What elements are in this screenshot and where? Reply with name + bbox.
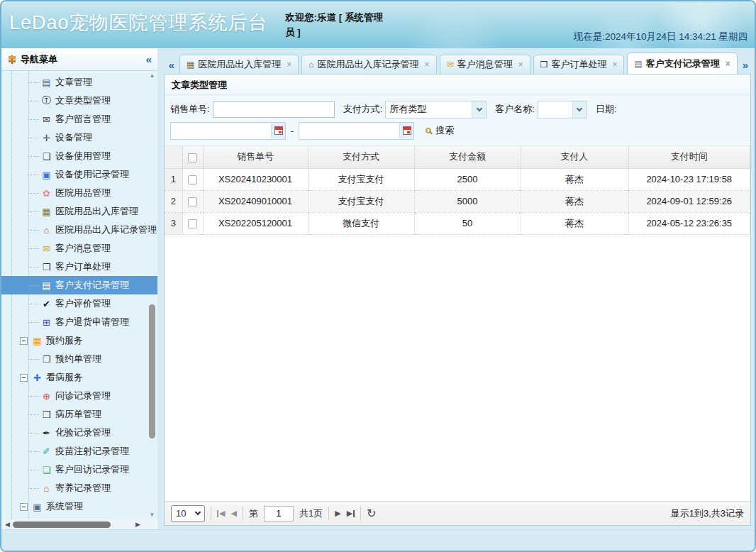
- scroll-up-icon[interactable]: ▲: [148, 72, 157, 79]
- customer-name-select[interactable]: [538, 101, 587, 118]
- scroll-left-icon[interactable]: ◀: [5, 519, 10, 529]
- sidebar-item[interactable]: ✉客户消息管理: [1, 239, 157, 258]
- sidebar-item-label: 文章管理: [55, 76, 92, 89]
- pay-method-select[interactable]: 所有类型: [385, 101, 487, 118]
- next-page-button[interactable]: ▶: [335, 509, 340, 518]
- select-all-checkbox[interactable]: [188, 153, 197, 162]
- sidebar-item[interactable]: ✚看病服务: [1, 368, 157, 387]
- sidebar-item[interactable]: ❒客户订单处理: [1, 258, 157, 276]
- supplies-inout-record-icon: ⌂: [40, 225, 52, 236]
- row-checkbox[interactable]: [188, 219, 197, 228]
- calendar-icon[interactable]: [399, 123, 413, 139]
- vertical-scroll-thumb[interactable]: [149, 304, 155, 439]
- sidebar-item[interactable]: ❒病历单管理: [1, 405, 157, 424]
- sidebar-item[interactable]: ✿医院用品管理: [1, 184, 157, 202]
- sidebar-item[interactable]: ⌂寄养记录管理: [1, 479, 157, 497]
- sidebar-horizontal-scrollbar[interactable]: ◀ ▶: [1, 519, 157, 529]
- tree-guide: [28, 101, 39, 101]
- appointment-order-icon: ❒: [40, 354, 52, 365]
- date-to-input[interactable]: [299, 122, 414, 140]
- sidebar-item[interactable]: ▤客户支付记录管理: [1, 276, 157, 294]
- sidebar-item[interactable]: ⌂医院用品出入库记录管理: [1, 221, 157, 239]
- cell-payer: 蒋杰: [521, 168, 628, 190]
- sidebar-item-label: 寄养记录管理: [55, 482, 111, 495]
- sidebar-item[interactable]: ✒化验记录管理: [1, 424, 157, 442]
- tab-label: 客户消息管理: [457, 58, 513, 71]
- vaccine-record-icon: ✐: [40, 446, 52, 457]
- layout-splitter[interactable]: [157, 48, 164, 529]
- system-icon: ▣: [31, 502, 43, 512]
- tree-guide: [28, 451, 39, 452]
- date-label: 日期:: [596, 103, 617, 116]
- tab-4[interactable]: ❒客户订单处理×: [533, 55, 625, 74]
- cell-pay_method: 微信支付: [308, 212, 414, 234]
- cell-sale_no: XS202410230001: [203, 168, 308, 190]
- tab-1[interactable]: ▦医院用品出入库管理×: [179, 55, 299, 74]
- tab-5[interactable]: ▤客户支付记录管理×: [627, 53, 737, 74]
- sidebar-item[interactable]: ▦预约服务: [1, 331, 157, 350]
- page-number-input[interactable]: [264, 506, 294, 521]
- payment-record-icon: ▤: [40, 280, 52, 291]
- cell-amount: 2500: [414, 168, 521, 190]
- tab-close-icon[interactable]: ×: [726, 59, 730, 69]
- table-row[interactable]: 2XS202409010001支付宝支付5000蒋杰2024-09-01 12:…: [165, 190, 750, 212]
- sidebar-item-label: 看病服务: [46, 371, 83, 384]
- separator: [211, 507, 211, 520]
- page-size-select[interactable]: 10: [171, 505, 205, 522]
- chevron-down-icon[interactable]: [472, 101, 486, 118]
- first-page-button[interactable]: ◀: [217, 509, 225, 518]
- scroll-down-icon[interactable]: ▼: [148, 512, 157, 518]
- sidebar-item[interactable]: ✐疫苗注射记录管理: [1, 442, 157, 460]
- scroll-right-icon[interactable]: ▶: [135, 519, 140, 529]
- sidebar-item[interactable]: ▤文章管理: [1, 73, 157, 92]
- sidebar-item[interactable]: ▣设备使用记录管理: [1, 165, 157, 184]
- tab-close-icon[interactable]: ×: [287, 60, 291, 70]
- sidebar-item[interactable]: ❒预约单管理: [1, 350, 157, 368]
- tree-guide: [28, 396, 39, 397]
- sidebar-item[interactable]: ▣系统管理: [1, 497, 157, 516]
- sidebar-vertical-scrollbar[interactable]: ▲ ▼: [148, 71, 157, 519]
- date-from-input[interactable]: [170, 122, 286, 140]
- tab-close-icon[interactable]: ×: [518, 60, 523, 70]
- sidebar-item-label: 文章类型管理: [55, 94, 111, 107]
- refresh-icon[interactable]: ↻: [367, 508, 376, 519]
- sidebar-item[interactable]: ▦医院用品出入库管理: [1, 202, 157, 221]
- calendar-icon[interactable]: [271, 123, 285, 139]
- sidebar-item[interactable]: ✛设备管理: [1, 128, 157, 147]
- last-page-button[interactable]: ▶: [347, 509, 355, 518]
- records-table: 销售单号 支付方式 支付金额 支付人 支付时间 1XS202410230001支…: [165, 146, 750, 235]
- customer-message-icon: ✉: [40, 243, 52, 254]
- sidebar-item[interactable]: ❑设备使用管理: [1, 147, 157, 165]
- sidebar-item[interactable]: ✉客户留言管理: [1, 110, 157, 128]
- tree-collapse-icon[interactable]: [20, 374, 28, 382]
- horizontal-scroll-thumb[interactable]: [13, 521, 111, 528]
- tab-3[interactable]: ✉客户消息管理×: [440, 55, 530, 74]
- tabs-scroll-left-button[interactable]: «: [165, 55, 178, 74]
- chevron-down-icon[interactable]: [572, 101, 587, 118]
- row-checkbox[interactable]: [188, 197, 197, 206]
- tab-close-icon[interactable]: ×: [425, 60, 430, 70]
- sale-no-input[interactable]: [213, 101, 335, 118]
- tab-close-icon[interactable]: ×: [612, 60, 617, 70]
- device-usage-icon: ❑: [40, 151, 52, 162]
- previous-page-button[interactable]: ◀: [230, 509, 236, 518]
- tab-2[interactable]: ⌂医院用品出入库记录管理×: [301, 55, 436, 74]
- tree-guide: [28, 433, 39, 434]
- sidebar-item-label: 客户退货申请管理: [55, 316, 129, 329]
- sidebar-item[interactable]: ✔客户评价管理: [1, 294, 157, 313]
- row-number: 3: [165, 212, 182, 234]
- table-row[interactable]: 1XS202410230001支付宝支付2500蒋杰2024-10-23 17:…: [165, 168, 750, 190]
- tabs-scroll-right-button[interactable]: »: [739, 55, 751, 74]
- sidebar-item[interactable]: ❏客户回访记录管理: [1, 460, 157, 479]
- sidebar-item[interactable]: ⊕问诊记录管理: [1, 387, 157, 405]
- tree-collapse-icon[interactable]: [20, 337, 28, 345]
- tree-collapse-icon[interactable]: [20, 503, 28, 511]
- search-button[interactable]: 搜索: [426, 124, 454, 137]
- sidebar-item[interactable]: ⊞客户退货申请管理: [1, 313, 157, 331]
- sidebar-item[interactable]: Ⓣ文章类型管理: [1, 92, 157, 110]
- row-checkbox[interactable]: [188, 175, 197, 184]
- tree-guide: [28, 267, 39, 267]
- sidebar-collapse-button[interactable]: «: [146, 53, 152, 65]
- main-area: « ▦医院用品出入库管理×⌂医院用品出入库记录管理×✉客户消息管理×❒客户订单处…: [164, 48, 755, 529]
- table-row[interactable]: 3XS202205120001微信支付50蒋杰2024-05-12 23:26:…: [165, 212, 750, 234]
